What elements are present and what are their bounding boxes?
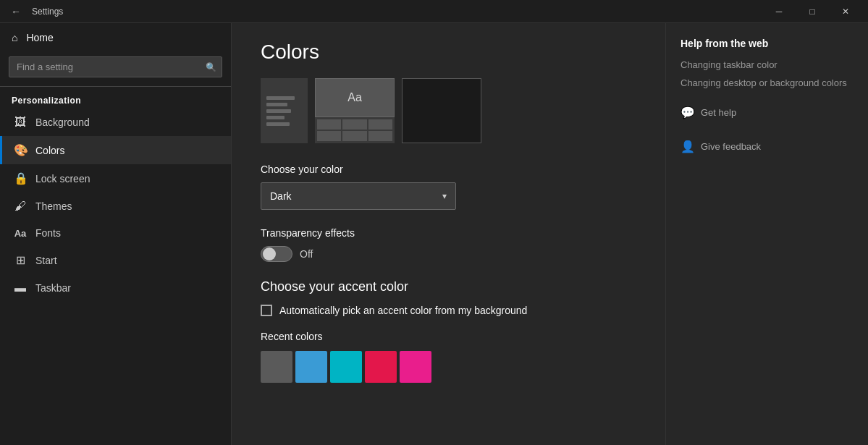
preview-grid: [315, 117, 395, 143]
preview-line-1: [266, 96, 295, 100]
start-icon: ⊞: [14, 253, 27, 267]
fonts-icon: Aa: [14, 228, 27, 239]
preview-line-5: [266, 122, 290, 126]
color-swatch-2[interactable]: [330, 351, 362, 383]
right-panel-title: Help from the web: [681, 38, 854, 49]
get-help-row[interactable]: 💬 Get help: [681, 103, 854, 122]
window-title: Settings: [32, 7, 762, 17]
get-help-label: Get help: [701, 107, 736, 118]
sidebar-item-label: Themes: [35, 200, 72, 212]
transparency-section: Transparency effects Off: [261, 227, 636, 262]
sidebar-item-label: Taskbar: [35, 282, 71, 294]
get-help-icon: 💬: [681, 106, 695, 119]
window-controls: ─ □ ✕: [762, 0, 862, 23]
preview-sample-text: Aa: [315, 78, 395, 117]
toggle-thumb: [263, 247, 276, 260]
preview-cell: [342, 119, 366, 130]
preview-center-panel: Aa: [315, 78, 395, 143]
preview-cell: [368, 131, 392, 141]
preview-cell: [317, 131, 341, 141]
search-input[interactable]: [9, 56, 222, 77]
transparency-state-label: Off: [300, 248, 313, 260]
title-bar: ← Settings ─ □ ✕: [0, 0, 868, 23]
give-feedback-row[interactable]: 👤 Give feedback: [681, 137, 854, 156]
preview-line-2: [266, 103, 287, 106]
sidebar-item-label: Colors: [35, 145, 64, 156]
minimize-icon: ─: [776, 7, 783, 17]
sidebar-item-label: Lock screen: [35, 173, 90, 185]
color-swatch-4[interactable]: [400, 351, 431, 383]
home-icon: ⌂: [12, 32, 17, 43]
transparency-title: Transparency effects: [261, 227, 636, 239]
app-body: ⌂ Home 🔍 Personalization 🖼 Background 🎨 …: [0, 23, 868, 445]
preview-right-panel: [402, 78, 481, 143]
transparency-toggle[interactable]: [261, 246, 292, 262]
sidebar-item-label: Start: [35, 255, 57, 266]
sidebar-section-label: Personalization: [0, 90, 231, 109]
main-panel: Colors Aa: [232, 23, 665, 445]
recent-colors-swatches: [261, 351, 636, 383]
preview-line-3: [266, 109, 291, 113]
maximize-button[interactable]: □: [796, 0, 829, 23]
color-swatch-0[interactable]: [261, 351, 292, 383]
home-label: Home: [26, 32, 53, 43]
search-container: 🔍: [9, 56, 222, 77]
color-dropdown-value: Dark: [270, 190, 292, 202]
page-title: Colors: [261, 41, 636, 64]
background-icon: 🖼: [14, 116, 27, 129]
auto-pick-label: Automatically pick an accent color from …: [279, 305, 527, 316]
color-mode-dropdown[interactable]: Dark ▾: [261, 182, 456, 210]
sidebar-item-fonts[interactable]: Aa Fonts: [0, 220, 231, 246]
sidebar-divider: [0, 86, 231, 87]
preview-left-panel: [261, 78, 308, 143]
sidebar-item-lock-screen[interactable]: 🔒 Lock screen: [0, 164, 231, 192]
recent-colors-title: Recent colors: [261, 331, 636, 342]
themes-icon: 🖌: [14, 200, 27, 213]
auto-pick-row: Automatically pick an accent color from …: [261, 305, 636, 316]
preview-line-4: [266, 116, 285, 119]
choose-color-label: Choose your color: [261, 164, 636, 175]
close-button[interactable]: ✕: [829, 0, 862, 23]
auto-pick-checkbox[interactable]: [261, 305, 272, 316]
lock-screen-icon: 🔒: [14, 171, 27, 185]
colors-icon: 🎨: [14, 143, 27, 157]
home-nav-item[interactable]: ⌂ Home: [0, 23, 231, 52]
sidebar-item-background[interactable]: 🖼 Background: [0, 109, 231, 136]
sidebar-item-themes[interactable]: 🖌 Themes: [0, 192, 231, 220]
back-icon: ←: [11, 6, 21, 17]
sidebar-item-colors[interactable]: 🎨 Colors: [0, 136, 231, 164]
give-feedback-icon: 👤: [681, 140, 695, 153]
sidebar: ⌂ Home 🔍 Personalization 🖼 Background 🎨 …: [0, 23, 232, 445]
give-feedback-label: Give feedback: [701, 141, 761, 152]
right-panel: Help from the web Changing taskbar color…: [665, 23, 868, 445]
preview-cell: [342, 131, 366, 141]
preview-cell: [317, 119, 341, 130]
taskbar-icon: ▬: [14, 281, 27, 294]
sidebar-item-start[interactable]: ⊞ Start: [0, 246, 231, 274]
close-icon: ✕: [842, 7, 849, 17]
color-swatch-1[interactable]: [295, 351, 327, 383]
color-swatch-3[interactable]: [365, 351, 397, 383]
search-icon: 🔍: [206, 62, 216, 72]
sidebar-item-label: Fonts: [35, 227, 61, 239]
minimize-button[interactable]: ─: [762, 0, 796, 23]
color-preview: Aa: [261, 78, 636, 143]
sidebar-item-label: Background: [35, 116, 90, 128]
preview-cell: [368, 119, 392, 130]
maximize-icon: □: [809, 7, 814, 17]
help-link-1[interactable]: Changing desktop or background colors: [681, 77, 854, 88]
help-link-0[interactable]: Changing taskbar color: [681, 59, 854, 70]
back-button[interactable]: ←: [6, 1, 26, 22]
accent-section-title: Choose your accent color: [261, 279, 636, 294]
dropdown-arrow-icon: ▾: [442, 191, 447, 201]
transparency-toggle-row: Off: [261, 246, 636, 262]
sidebar-item-taskbar[interactable]: ▬ Taskbar: [0, 274, 231, 302]
